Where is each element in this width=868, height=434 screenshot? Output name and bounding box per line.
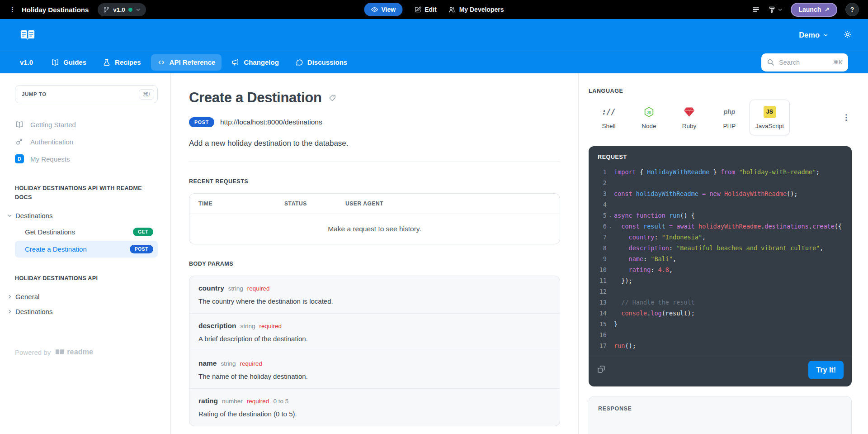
method-badge: POST — [189, 117, 214, 127]
param-type: string — [241, 323, 255, 329]
pencil-icon — [414, 6, 421, 13]
align-menu-button[interactable] — [752, 5, 760, 14]
language-javascript[interactable]: JSJavaScript — [750, 100, 790, 135]
jump-to-button[interactable]: JUMP TO ⌘/ — [15, 85, 158, 103]
code-token: run — [669, 212, 680, 219]
shell-icon: :// — [602, 105, 616, 118]
edit-button[interactable]: Edit — [414, 6, 436, 13]
key-icon — [15, 138, 24, 146]
code-line-content: } — [614, 319, 852, 329]
param-name: name — [198, 359, 217, 367]
code-token: import — [614, 168, 636, 176]
hero-header: Demo — [0, 19, 868, 51]
endpoint-url: http://localhost:8000/destinations — [220, 118, 322, 126]
theme-toggle-button[interactable] — [844, 30, 852, 40]
launch-button[interactable]: Launch ↗ — [791, 3, 837, 17]
sidebar-group-destinations[interactable]: Destinations — [7, 304, 158, 319]
nav-item-guides[interactable]: Guides — [45, 54, 93, 71]
code-token: } — [614, 320, 618, 328]
project-switcher[interactable]: Demo — [796, 30, 831, 40]
copy-icon — [597, 365, 606, 374]
jump-to-shortcut: ⌘/ — [139, 89, 154, 100]
search-shortcut: ⌘K — [833, 59, 843, 66]
sidebar-item-label: My Requests — [30, 155, 70, 163]
language-shell[interactable]: ://Shell — [589, 100, 629, 135]
code-line: 11 }); — [594, 275, 852, 286]
search-input[interactable] — [778, 58, 829, 67]
param-header: ratingnumberrequired0 to 5 — [198, 397, 551, 405]
eye-icon — [371, 6, 378, 13]
powered-by[interactable]: Powered by readme — [15, 348, 158, 356]
response-heading: RESPONSE — [598, 405, 842, 412]
tag-icon[interactable] — [329, 94, 336, 102]
language-more-menu-icon[interactable]: ⋮ — [840, 113, 852, 122]
nav-item-discussions[interactable]: Discussions — [289, 54, 354, 71]
code-line: 8 description: "Beautiful beaches and vi… — [594, 243, 852, 253]
nav-item-api-reference[interactable]: API Reference — [151, 54, 222, 71]
sidebar-group-destinations[interactable]: Destinations — [7, 208, 158, 223]
copy-code-button[interactable] — [597, 365, 606, 375]
content: JUMP TO ⌘/ Getting StartedAuthentication… — [0, 73, 868, 434]
view-label: View — [382, 6, 396, 13]
appearance-button[interactable] — [768, 6, 783, 14]
code-token: , — [820, 244, 823, 252]
nav-item-label: Changelog — [244, 58, 279, 66]
sidebar-group-general[interactable]: General — [7, 289, 158, 304]
title-row: Create a Destination — [189, 90, 560, 106]
param-row-rating: ratingnumberrequired0 to 5Rating of the … — [189, 389, 560, 426]
code-token: (); — [787, 190, 797, 197]
code-token: = — [702, 190, 706, 197]
language-label: Shell — [602, 123, 615, 129]
jump-to-label: JUMP TO — [22, 91, 47, 97]
sidebar-section: HOLIDAY DESTINATIONS API WITH README DOC… — [15, 184, 158, 258]
nav-item-changelog[interactable]: Changelog — [225, 54, 285, 71]
project-kebab-icon[interactable]: ⋮ — [9, 5, 16, 14]
code-token: create — [812, 223, 835, 230]
code-token — [614, 223, 621, 230]
column-header-status: STATUS — [284, 200, 345, 207]
line-number: 16 — [594, 329, 607, 340]
sidebar-item-label: Authentication — [30, 138, 73, 146]
param-type: number — [222, 398, 243, 405]
code-line: 12 — [594, 286, 852, 297]
request-card: REQUEST 1import { HolidayWithReadme } fr… — [589, 146, 852, 386]
language-node[interactable]: JSNode — [629, 100, 669, 135]
param-type: string — [228, 285, 243, 292]
sidebar-endpoint-create-a-destination[interactable]: Create a DestinationPOST — [15, 241, 158, 258]
code-token — [614, 299, 621, 306]
sidebar-group-label: Destinations — [15, 212, 53, 219]
view-button[interactable]: View — [364, 3, 403, 16]
sidebar-item-getting-started[interactable]: Getting Started — [15, 116, 158, 133]
sidebar-group-label: Destinations — [15, 308, 53, 315]
book-icon — [51, 58, 59, 67]
code-token: : — [669, 244, 676, 252]
request-heading: REQUEST — [589, 146, 852, 163]
code-block[interactable]: 1import { HolidayWithReadme } from "holi… — [589, 163, 852, 355]
help-button[interactable]: ? — [845, 3, 859, 16]
code-line-content: }); — [614, 275, 852, 286]
my-developers-button[interactable]: My Developers — [448, 6, 504, 14]
code-token: result — [643, 223, 665, 230]
method-badge-get: GET — [133, 228, 153, 236]
main-content: Create a Destination POST http://localho… — [171, 73, 578, 434]
code-token — [632, 190, 636, 197]
sidebar-item-authentication[interactable]: Authentication — [15, 133, 158, 150]
search-box[interactable]: ⌘K — [761, 53, 848, 72]
powered-by-label: Powered by — [15, 348, 51, 356]
code-token: : — [643, 255, 651, 262]
nav-item-recipes[interactable]: Recipes — [96, 54, 147, 71]
version-selector[interactable]: v1.0 — [98, 3, 146, 16]
code-line-content: name: "Bali", — [614, 253, 852, 264]
megaphone-icon — [231, 58, 240, 67]
code-token: const — [621, 223, 640, 230]
language-php[interactable]: phpPHP — [709, 100, 750, 135]
sidebar-endpoint-get-destinations[interactable]: Get DestinationsGET — [15, 224, 158, 240]
branch-icon — [103, 6, 110, 13]
language-label: PHP — [723, 123, 736, 129]
flask-icon — [103, 58, 111, 67]
code-token: const — [614, 190, 632, 197]
code-token: (result); — [662, 310, 695, 317]
try-it-button[interactable]: Try It! — [808, 361, 844, 379]
sidebar-item-my-requests[interactable]: DMy Requests — [15, 150, 158, 167]
language-ruby[interactable]: Ruby — [669, 100, 709, 135]
